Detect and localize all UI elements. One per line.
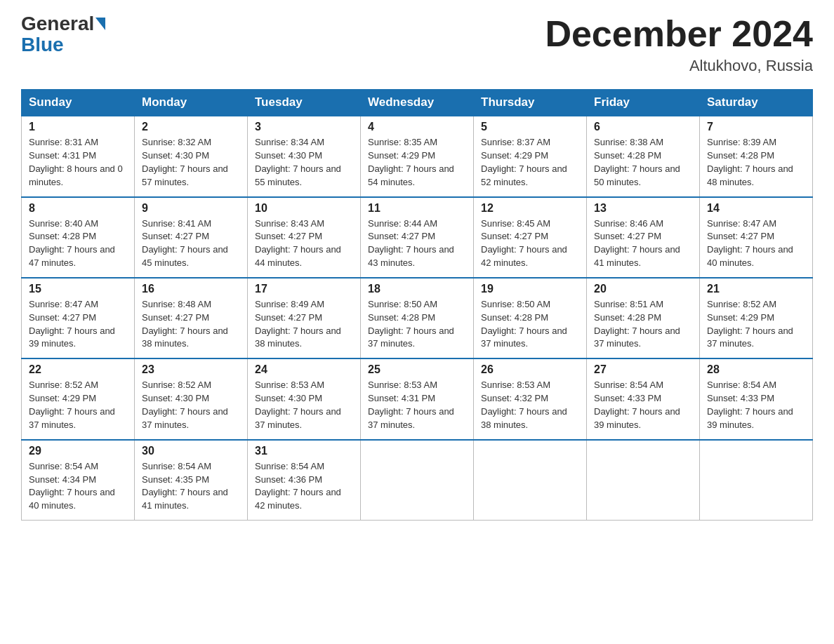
col-header-sunday: Sunday bbox=[22, 90, 135, 116]
day-info: Sunrise: 8:53 AMSunset: 4:32 PMDaylight:… bbox=[481, 379, 579, 431]
page-header: General Blue December 2024 Altukhovo, Ru… bbox=[21, 14, 813, 75]
day-cell: 13Sunrise: 8:46 AMSunset: 4:27 PMDayligh… bbox=[587, 197, 700, 278]
day-info: Sunrise: 8:47 AMSunset: 4:27 PMDaylight:… bbox=[29, 298, 127, 351]
day-info: Sunrise: 8:54 AMSunset: 4:35 PMDaylight:… bbox=[142, 460, 240, 513]
day-number: 12 bbox=[481, 202, 579, 215]
day-info: Sunrise: 8:38 AMSunset: 4:28 PMDaylight:… bbox=[594, 136, 692, 189]
day-cell: 14Sunrise: 8:47 AMSunset: 4:27 PMDayligh… bbox=[700, 197, 813, 278]
day-info: Sunrise: 8:40 AMSunset: 4:28 PMDaylight:… bbox=[29, 217, 127, 270]
day-cell: 17Sunrise: 8:49 AMSunset: 4:27 PMDayligh… bbox=[248, 278, 361, 358]
day-number: 19 bbox=[481, 283, 579, 295]
day-info: Sunrise: 8:43 AMSunset: 4:27 PMDaylight:… bbox=[255, 217, 353, 270]
col-header-tuesday: Tuesday bbox=[248, 90, 361, 116]
day-info: Sunrise: 8:34 AMSunset: 4:30 PMDaylight:… bbox=[255, 136, 353, 189]
day-number: 30 bbox=[142, 445, 240, 457]
day-number: 3 bbox=[255, 121, 353, 133]
day-number: 15 bbox=[29, 283, 127, 295]
day-cell: 31Sunrise: 8:54 AMSunset: 4:36 PMDayligh… bbox=[248, 440, 361, 521]
day-cell: 10Sunrise: 8:43 AMSunset: 4:27 PMDayligh… bbox=[248, 197, 361, 278]
day-number: 20 bbox=[594, 283, 692, 295]
day-info: Sunrise: 8:31 AMSunset: 4:31 PMDaylight:… bbox=[29, 136, 127, 189]
title-block: December 2024 Altukhovo, Russia bbox=[545, 14, 813, 75]
day-info: Sunrise: 8:54 AMSunset: 4:33 PMDaylight:… bbox=[594, 379, 692, 431]
day-number: 17 bbox=[255, 283, 353, 295]
day-number: 24 bbox=[255, 363, 353, 376]
day-number: 21 bbox=[707, 283, 805, 295]
day-info: Sunrise: 8:44 AMSunset: 4:27 PMDaylight:… bbox=[368, 217, 466, 270]
day-number: 16 bbox=[142, 283, 240, 295]
day-number: 18 bbox=[368, 283, 466, 295]
day-cell: 7Sunrise: 8:39 AMSunset: 4:28 PMDaylight… bbox=[700, 116, 813, 196]
day-number: 1 bbox=[29, 121, 127, 133]
day-info: Sunrise: 8:52 AMSunset: 4:29 PMDaylight:… bbox=[707, 298, 805, 351]
day-info: Sunrise: 8:50 AMSunset: 4:28 PMDaylight:… bbox=[368, 298, 466, 351]
day-cell: 20Sunrise: 8:51 AMSunset: 4:28 PMDayligh… bbox=[587, 278, 700, 358]
day-cell: 28Sunrise: 8:54 AMSunset: 4:33 PMDayligh… bbox=[700, 358, 813, 439]
day-info: Sunrise: 8:32 AMSunset: 4:30 PMDaylight:… bbox=[142, 136, 240, 189]
day-cell: 29Sunrise: 8:54 AMSunset: 4:34 PMDayligh… bbox=[22, 440, 135, 521]
day-cell bbox=[700, 440, 813, 521]
week-row-2: 8Sunrise: 8:40 AMSunset: 4:28 PMDaylight… bbox=[22, 197, 813, 278]
calendar-table: SundayMondayTuesdayWednesdayThursdayFrid… bbox=[21, 89, 813, 521]
day-info: Sunrise: 8:54 AMSunset: 4:36 PMDaylight:… bbox=[255, 460, 353, 513]
week-row-3: 15Sunrise: 8:47 AMSunset: 4:27 PMDayligh… bbox=[22, 278, 813, 358]
day-cell: 1Sunrise: 8:31 AMSunset: 4:31 PMDaylight… bbox=[22, 116, 135, 196]
month-title: December 2024 bbox=[545, 14, 813, 54]
day-cell bbox=[474, 440, 587, 521]
week-row-1: 1Sunrise: 8:31 AMSunset: 4:31 PMDaylight… bbox=[22, 116, 813, 196]
day-number: 14 bbox=[707, 202, 805, 215]
logo-blue: Blue bbox=[21, 35, 64, 55]
day-info: Sunrise: 8:35 AMSunset: 4:29 PMDaylight:… bbox=[368, 136, 466, 189]
day-cell: 21Sunrise: 8:52 AMSunset: 4:29 PMDayligh… bbox=[700, 278, 813, 358]
day-number: 6 bbox=[594, 121, 692, 133]
day-number: 8 bbox=[29, 202, 127, 215]
day-info: Sunrise: 8:37 AMSunset: 4:29 PMDaylight:… bbox=[481, 136, 579, 189]
day-number: 13 bbox=[594, 202, 692, 215]
day-number: 31 bbox=[255, 445, 353, 457]
day-number: 23 bbox=[142, 363, 240, 376]
day-info: Sunrise: 8:50 AMSunset: 4:28 PMDaylight:… bbox=[481, 298, 579, 351]
day-number: 7 bbox=[707, 121, 805, 133]
day-cell: 2Sunrise: 8:32 AMSunset: 4:30 PMDaylight… bbox=[135, 116, 248, 196]
day-cell: 11Sunrise: 8:44 AMSunset: 4:27 PMDayligh… bbox=[361, 197, 474, 278]
day-cell: 27Sunrise: 8:54 AMSunset: 4:33 PMDayligh… bbox=[587, 358, 700, 439]
day-cell: 25Sunrise: 8:53 AMSunset: 4:31 PMDayligh… bbox=[361, 358, 474, 439]
day-info: Sunrise: 8:51 AMSunset: 4:28 PMDaylight:… bbox=[594, 298, 692, 351]
day-cell: 6Sunrise: 8:38 AMSunset: 4:28 PMDaylight… bbox=[587, 116, 700, 196]
day-cell: 3Sunrise: 8:34 AMSunset: 4:30 PMDaylight… bbox=[248, 116, 361, 196]
day-cell: 8Sunrise: 8:40 AMSunset: 4:28 PMDaylight… bbox=[22, 197, 135, 278]
day-info: Sunrise: 8:48 AMSunset: 4:27 PMDaylight:… bbox=[142, 298, 240, 351]
day-cell: 22Sunrise: 8:52 AMSunset: 4:29 PMDayligh… bbox=[22, 358, 135, 439]
logo: General Blue bbox=[21, 14, 105, 55]
day-cell bbox=[361, 440, 474, 521]
day-cell: 23Sunrise: 8:52 AMSunset: 4:30 PMDayligh… bbox=[135, 358, 248, 439]
day-cell: 26Sunrise: 8:53 AMSunset: 4:32 PMDayligh… bbox=[474, 358, 587, 439]
col-header-wednesday: Wednesday bbox=[361, 90, 474, 116]
week-row-5: 29Sunrise: 8:54 AMSunset: 4:34 PMDayligh… bbox=[22, 440, 813, 521]
col-header-monday: Monday bbox=[135, 90, 248, 116]
logo-arrow-icon bbox=[95, 18, 105, 30]
day-cell: 9Sunrise: 8:41 AMSunset: 4:27 PMDaylight… bbox=[135, 197, 248, 278]
day-number: 4 bbox=[368, 121, 466, 133]
location: Altukhovo, Russia bbox=[545, 57, 813, 75]
day-info: Sunrise: 8:46 AMSunset: 4:27 PMDaylight:… bbox=[594, 217, 692, 270]
col-header-friday: Friday bbox=[587, 90, 700, 116]
calendar-header-row: SundayMondayTuesdayWednesdayThursdayFrid… bbox=[22, 90, 813, 116]
day-cell: 18Sunrise: 8:50 AMSunset: 4:28 PMDayligh… bbox=[361, 278, 474, 358]
day-number: 5 bbox=[481, 121, 579, 133]
day-cell: 16Sunrise: 8:48 AMSunset: 4:27 PMDayligh… bbox=[135, 278, 248, 358]
day-number: 2 bbox=[142, 121, 240, 133]
day-info: Sunrise: 8:39 AMSunset: 4:28 PMDaylight:… bbox=[707, 136, 805, 189]
logo-general: General bbox=[21, 14, 94, 34]
day-info: Sunrise: 8:53 AMSunset: 4:31 PMDaylight:… bbox=[368, 379, 466, 431]
day-info: Sunrise: 8:52 AMSunset: 4:29 PMDaylight:… bbox=[29, 379, 127, 431]
day-number: 29 bbox=[29, 445, 127, 457]
day-number: 11 bbox=[368, 202, 466, 215]
day-number: 27 bbox=[594, 363, 692, 376]
day-cell: 12Sunrise: 8:45 AMSunset: 4:27 PMDayligh… bbox=[474, 197, 587, 278]
day-info: Sunrise: 8:41 AMSunset: 4:27 PMDaylight:… bbox=[142, 217, 240, 270]
day-info: Sunrise: 8:45 AMSunset: 4:27 PMDaylight:… bbox=[481, 217, 579, 270]
day-cell: 30Sunrise: 8:54 AMSunset: 4:35 PMDayligh… bbox=[135, 440, 248, 521]
week-row-4: 22Sunrise: 8:52 AMSunset: 4:29 PMDayligh… bbox=[22, 358, 813, 439]
day-cell: 15Sunrise: 8:47 AMSunset: 4:27 PMDayligh… bbox=[22, 278, 135, 358]
